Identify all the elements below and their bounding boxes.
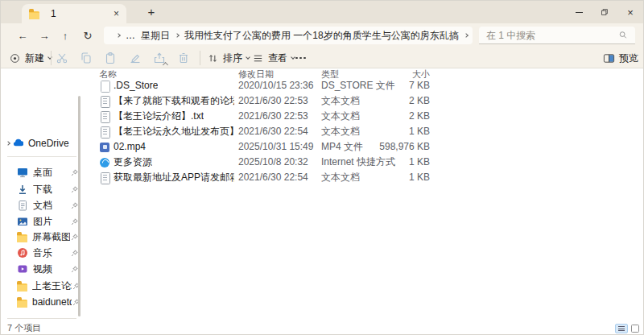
copy-icon[interactable] xyxy=(80,52,93,64)
tab-folder-1[interactable]: 1 × xyxy=(22,4,126,23)
sidebar-item-pictures[interactable]: 图片 xyxy=(1,213,88,230)
more-icon xyxy=(295,57,306,60)
breadcrumb-item[interactable]: 星期日 xyxy=(141,29,170,43)
sidebar-item-documents[interactable]: 文档 xyxy=(1,197,88,213)
desktop-icon xyxy=(17,167,28,178)
folder-icon xyxy=(17,234,27,242)
back-button[interactable]: ← xyxy=(15,23,30,48)
tab-close-icon[interactable]: × xyxy=(114,9,119,19)
preview-icon xyxy=(603,52,615,64)
file-name: 【来了就能下载和观看的论坛，纯免费！】.txt xyxy=(114,93,234,109)
window-controls: × xyxy=(566,1,643,23)
toolbar xyxy=(1,48,643,68)
sidebar-item-label: OneDrive xyxy=(28,138,69,149)
file-date: 2021/6/30 22:53 xyxy=(238,93,308,109)
icons-view-button[interactable] xyxy=(631,325,639,333)
sort-label: 排序 xyxy=(223,52,242,65)
table-row[interactable]: 更多资源 2025/10/8 20:32 Internet 快捷方式 1 KB xyxy=(89,155,643,170)
sidebar-item-screenshots[interactable]: 屏幕截图 xyxy=(1,229,88,245)
sort-button[interactable]: 排序 xyxy=(207,48,250,68)
file-type: 文本文档 xyxy=(321,93,360,109)
toolbar-separator xyxy=(51,51,52,65)
folder-icon xyxy=(17,283,27,292)
sidebar-item-label: 文档 xyxy=(33,199,52,213)
new-tab-button[interactable]: + xyxy=(142,4,160,21)
new-icon xyxy=(9,52,21,64)
table-row[interactable]: 获取最新地址及APP请发邮箱自动获取.txt 2021/6/30 22:54 文… xyxy=(89,170,643,185)
file-name: 【老王论坛永久地址发布页】.txt xyxy=(114,124,234,139)
chevron-right-icon xyxy=(6,141,10,146)
file-name: 02.mp4 xyxy=(114,139,146,155)
sidebar-item-label: 音乐 xyxy=(33,246,52,260)
text-file-icon xyxy=(98,110,111,123)
sidebar-item-music[interactable]: 音乐 xyxy=(1,245,88,261)
sidebar-item-folder[interactable]: 上老王论坛当 xyxy=(1,278,88,294)
refresh-button[interactable]: ↻ xyxy=(80,23,95,48)
sidebar-item-videos[interactable]: 视频 xyxy=(1,261,88,277)
file-type: 文本文档 xyxy=(321,124,360,139)
restore-button[interactable] xyxy=(592,1,617,23)
breadcrumb-overflow[interactable]: … xyxy=(126,30,135,41)
sidebar: OneDrive 桌面 下载 xyxy=(1,68,88,323)
file-size: 2 KB xyxy=(373,109,430,124)
table-row[interactable]: 【老王论坛介绍】.txt 2021/6/30 22:53 文本文档 2 KB xyxy=(89,109,643,124)
content-area: OneDrive 桌面 下载 xyxy=(1,68,643,323)
chevron-right-icon xyxy=(464,33,469,38)
internet-shortcut-icon xyxy=(98,156,111,169)
paste-icon[interactable] xyxy=(104,52,117,64)
file-name: 更多资源 xyxy=(114,155,152,170)
table-row[interactable]: 02.mp4 2025/10/31 15:49 MP4 文件 598,976 K… xyxy=(89,139,643,155)
view-icon xyxy=(252,52,264,64)
details-view-button[interactable] xyxy=(615,324,628,333)
file-list: 名称 修改日期 类型 大小 .DS_Store 2020/10/15 23:36… xyxy=(89,68,643,323)
tab-bar: 1 × + × xyxy=(1,1,643,23)
file-type: MP4 文件 xyxy=(321,139,363,155)
cloud-icon xyxy=(12,138,23,149)
sort-icon xyxy=(207,52,219,64)
sidebar-scrollbar[interactable] xyxy=(78,96,80,316)
breadcrumb[interactable]: … 星期日 我用性支付了公寓的费用 一个18岁的角质学生与公寓的房东乱搞 1 xyxy=(104,27,473,44)
delete-icon[interactable] xyxy=(177,52,190,64)
forward-button[interactable]: → xyxy=(37,23,52,48)
up-button[interactable]: ↑ xyxy=(58,23,72,48)
sidebar-divider xyxy=(7,318,76,319)
breadcrumb-item[interactable]: 我用性支付了公寓的费用 一个18岁的角质学生与公寓的房东乱搞 xyxy=(184,29,459,43)
preview-button[interactable]: 预览 xyxy=(603,48,638,68)
tab-label: 1 xyxy=(51,8,56,19)
file-name: .DS_Store xyxy=(114,78,158,93)
new-label: 新建 xyxy=(25,52,44,65)
status-bar: 7 个项目 xyxy=(1,323,643,334)
file-type: 文本文档 xyxy=(321,170,360,185)
pictures-icon xyxy=(17,216,28,227)
close-button[interactable]: × xyxy=(617,1,643,23)
blank-file-icon xyxy=(98,80,111,93)
table-row[interactable]: .DS_Store 2020/10/15 23:36 DS_STORE 文件 7… xyxy=(89,78,643,93)
sidebar-item-desktop[interactable]: 桌面 xyxy=(1,164,88,180)
search-icon xyxy=(618,30,628,40)
table-row[interactable]: 【老王论坛永久地址发布页】.txt 2021/6/30 22:54 文本文档 1… xyxy=(89,124,643,139)
file-date: 2025/10/8 20:32 xyxy=(238,155,308,170)
folder-icon xyxy=(17,300,27,308)
file-size: 1 KB xyxy=(373,155,430,170)
minimize-button[interactable] xyxy=(566,1,592,23)
text-file-icon xyxy=(98,126,111,139)
cut-icon[interactable] xyxy=(56,52,68,64)
sidebar-item-label: 屏幕截图 xyxy=(32,230,70,244)
file-explorer-window: 1 × + × ← → ↑ ↻ … 星期日 我用性支付了公寓的费用 一个18岁的… xyxy=(0,0,644,335)
sidebar-divider xyxy=(7,156,76,157)
sidebar-item-onedrive[interactable]: OneDrive xyxy=(1,135,88,151)
file-date: 2021/6/30 22:54 xyxy=(238,170,308,185)
file-date: 2021/6/30 22:53 xyxy=(238,109,308,124)
more-button[interactable] xyxy=(295,48,306,68)
file-date: 2021/6/30 22:54 xyxy=(238,124,308,139)
rename-icon[interactable] xyxy=(129,52,142,64)
sidebar-item-folder[interactable]: baidunetdisl xyxy=(1,294,88,310)
item-count: 7 个项目 xyxy=(7,323,41,333)
table-row[interactable]: 【来了就能下载和观看的论坛，纯免费！】.txt 2021/6/30 22:53 … xyxy=(89,93,643,109)
search-box[interactable] xyxy=(479,27,635,44)
sidebar-item-downloads[interactable]: 下载 xyxy=(1,181,88,197)
view-button[interactable]: 查看 xyxy=(252,48,295,68)
file-size: 1 KB xyxy=(373,170,430,185)
new-button[interactable]: 新建 xyxy=(9,48,52,68)
search-input[interactable] xyxy=(486,30,618,41)
